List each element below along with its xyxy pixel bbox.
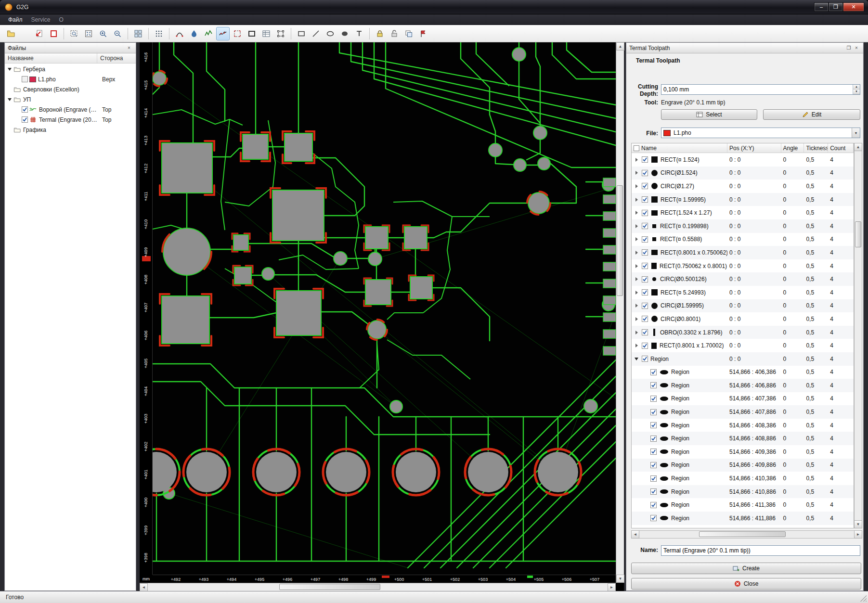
zoom-out-button[interactable] (111, 27, 124, 40)
scroll-down-icon[interactable]: ▼ (854, 520, 862, 528)
pad-lock-button[interactable] (373, 27, 387, 40)
toolpath-row[interactable]: Region514,866 : 407,38600,54 (632, 392, 854, 406)
vertical-scroll-thumb[interactable] (617, 185, 623, 296)
toolpath-row[interactable]: CIRC(Ø1.524)0 : 000,54 (632, 167, 854, 180)
zoom-window-button[interactable] (67, 27, 81, 40)
create-button[interactable]: Create (631, 563, 861, 574)
cutting-depth-spinner[interactable]: ▲ ▼ (661, 84, 860, 95)
row-checkbox[interactable] (642, 303, 648, 309)
toolpath-row[interactable]: Region514,866 : 409,88600,54 (632, 459, 854, 472)
expander-icon[interactable] (634, 223, 639, 229)
spin-up-icon[interactable]: ▲ (853, 85, 860, 90)
row-checkbox[interactable] (642, 170, 648, 176)
row-checkbox[interactable] (642, 289, 648, 295)
expander-icon[interactable] (634, 183, 639, 189)
close-button[interactable]: ✕ (843, 2, 864, 12)
select-all-checkbox[interactable] (634, 145, 639, 151)
tree-row[interactable]: УП (5, 94, 136, 104)
table-scroll-thumb[interactable] (855, 221, 861, 247)
import-bottom-button[interactable] (47, 27, 60, 40)
toolpath-row[interactable]: CIRC(Ø0.8001)0 : 000,54 (632, 312, 854, 326)
expander-icon[interactable] (634, 330, 639, 335)
report-tool-button[interactable] (259, 27, 273, 40)
open-file-button[interactable] (4, 27, 18, 40)
canvas-horizontal-scrollbar[interactable]: ◄ ► (140, 583, 616, 591)
outline-tool-button[interactable] (245, 27, 259, 40)
draw-ellipse-button[interactable] (324, 27, 337, 40)
scroll-right-icon[interactable]: ► (608, 583, 616, 591)
toolpath-row[interactable]: Region514,866 : 408,88600,54 (632, 432, 854, 445)
row-checkbox[interactable] (642, 316, 648, 322)
import-top-button[interactable] (32, 27, 46, 40)
toolpath-row[interactable]: RECT(1.524 x 1.27)0 : 000,54 (632, 206, 854, 219)
files-column-side[interactable]: Сторона (97, 53, 136, 63)
toolpath-name-input[interactable] (661, 545, 860, 556)
edit-tool-button[interactable]: Edit (763, 109, 860, 120)
row-checkbox[interactable] (650, 422, 657, 428)
horizontal-scroll-thumb[interactable] (279, 584, 380, 590)
row-checkbox[interactable] (642, 183, 648, 189)
tree-row[interactable]: Гербера (5, 64, 136, 74)
row-checkbox[interactable] (650, 488, 657, 495)
menu-item-1[interactable]: Файл (4, 15, 27, 24)
draw-line-button[interactable] (309, 27, 323, 40)
column-header-name[interactable]: Name (632, 143, 727, 153)
toolpath-panel-close-icon[interactable]: × (853, 45, 860, 51)
tree-row[interactable]: Сверловки (Excellon) (5, 84, 136, 94)
toolpath-row[interactable]: RECT(¤ 0.199898)0 : 000,54 (632, 219, 854, 233)
toolpath-row[interactable]: RECT(0.8001 x 0.750062)0 : 000,54 (632, 246, 854, 259)
row-checkbox[interactable] (642, 236, 648, 243)
toolpath-row[interactable]: RECT(¤ 1.59995)0 : 000,54 (632, 193, 854, 206)
row-checkbox[interactable] (650, 515, 657, 521)
zoom-fit-button[interactable] (82, 27, 95, 40)
toolpath-panel-float-icon[interactable]: ❐ (845, 45, 853, 51)
toolpath-row[interactable]: Region514,866 : 412,38600,54 (632, 525, 854, 528)
polyline-tool-button[interactable] (202, 27, 215, 40)
canvas-vertical-scrollbar[interactable]: ▲ ▼ (616, 42, 624, 583)
row-checkbox[interactable] (642, 356, 648, 362)
expander-icon[interactable] (634, 170, 639, 176)
toolpath-row[interactable]: Region514,866 : 409,38600,54 (632, 445, 854, 459)
scroll-right-icon[interactable]: ► (854, 530, 862, 539)
transform-tool-button[interactable] (274, 27, 287, 40)
tree-row[interactable]: Termal (Engrave (20° ...Top (5, 115, 136, 125)
files-column-name[interactable]: Название (5, 53, 97, 63)
pad-unlock-button[interactable] (388, 27, 401, 40)
tree-row[interactable]: Вороной (Engrave (2...Top (5, 104, 136, 115)
draw-filled-ellipse-button[interactable] (338, 27, 351, 40)
toolpath-row[interactable]: Region514,866 : 410,88600,54 (632, 485, 854, 499)
scroll-left-icon[interactable]: ◄ (140, 583, 148, 591)
resize-grip-icon[interactable] (860, 595, 867, 602)
frame-tool-button[interactable] (231, 27, 244, 40)
cutting-depth-input[interactable] (661, 85, 852, 94)
tree-row[interactable]: L1.phoВерх (5, 74, 136, 84)
arc-tool-button[interactable] (173, 27, 186, 40)
draw-text-button[interactable] (352, 27, 366, 40)
pcb-canvas[interactable] (153, 42, 616, 575)
row-checkbox[interactable] (642, 196, 648, 203)
scroll-up-icon[interactable]: ▲ (854, 143, 862, 151)
zoom-in-button[interactable] (96, 27, 110, 40)
menu-item-2[interactable]: Service (27, 15, 55, 24)
expander-icon[interactable] (634, 236, 639, 242)
grid-settings-button[interactable] (152, 27, 166, 40)
row-checkbox[interactable] (642, 329, 648, 335)
row-checkbox[interactable] (650, 396, 657, 402)
spin-down-icon[interactable]: ▼ (853, 90, 860, 94)
table-hscroll-thumb[interactable] (699, 531, 786, 537)
row-checkbox[interactable] (650, 502, 657, 508)
row-checkbox[interactable] (642, 223, 648, 229)
toolpath-row[interactable]: Region514,866 : 406,88600,54 (632, 379, 854, 392)
toolpath-row[interactable]: RECT(¤ 0.5588)0 : 000,54 (632, 233, 854, 246)
toolpath-row[interactable]: Region514,866 : 411,38600,54 (632, 498, 854, 512)
column-header-count[interactable]: Count (828, 143, 854, 153)
files-panel-close-icon[interactable]: × (125, 45, 133, 51)
row-checkbox[interactable] (650, 462, 657, 468)
row-checkbox[interactable] (642, 276, 648, 282)
expander-icon[interactable] (7, 66, 13, 72)
toolpath-row[interactable]: Region0 : 000,54 (632, 352, 854, 366)
table-vertical-scrollbar[interactable]: ▲ ▼ (854, 143, 862, 528)
item-checkbox[interactable] (22, 106, 28, 113)
row-checkbox[interactable] (642, 343, 648, 349)
close-panel-button[interactable]: Close (631, 578, 861, 590)
